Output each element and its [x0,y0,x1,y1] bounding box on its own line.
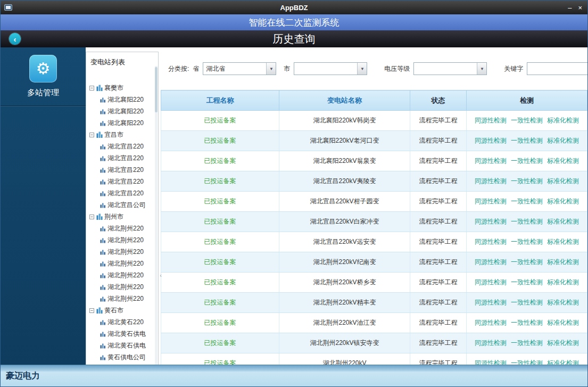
detection-link[interactable]: 标准化检测 [547,238,579,245]
substation-icon [100,191,106,196]
detection-link[interactable]: 一致性检测 [511,339,543,347]
tree-item-substation[interactable]: 湖北襄阳220 [89,105,158,117]
back-button[interactable]: ‹ [9,33,21,45]
collapse-icon[interactable]: − [89,215,94,219]
tree-item-substation[interactable]: 湖北宜昌220 [89,176,158,187]
tree-item-substation[interactable]: 湖北荆州220 [89,269,158,281]
tree-item-substation[interactable]: 湖北黄石供电 [89,328,158,340]
detection-link[interactable]: 标准化检测 [547,197,579,205]
detection-link[interactable]: 一致性检测 [511,299,543,306]
detection-link[interactable]: 同源性检测 [475,218,507,225]
tree-scrollbar-thumb[interactable] [155,67,158,112]
project-cell[interactable]: 已投运备案 [161,131,279,151]
detection-link[interactable]: 同源性检测 [475,238,507,245]
detection-link[interactable]: 同源性检测 [475,117,507,124]
tree-item-substation[interactable]: 湖北荆州220 [89,246,158,258]
detection-link[interactable]: 一致性检测 [511,137,543,144]
detection-link[interactable]: 同源性检测 [475,137,507,144]
sidebar-item-multistation[interactable]: ⚙ 多站管理 [1,47,86,106]
project-cell[interactable]: 已投运备案 [161,192,279,212]
tree-item-substation[interactable]: 湖北荆州220 [89,223,158,234]
minimize-button[interactable]: – [568,4,572,11]
project-cell[interactable]: 已投运备案 [161,313,279,333]
results-tbody: 已投运备案湖北襄阳220kV韩岗变流程完毕工程同源性检测一致性检测标准化检测已投… [161,111,587,365]
detection-link[interactable]: 标准化检测 [547,117,579,124]
tree-group[interactable]: −宜昌市 [89,129,158,141]
tree-item-substation[interactable]: 湖北黄石220 [89,316,158,328]
detection-link[interactable]: 一致性检测 [511,177,543,185]
province-select[interactable]: 湖北省 ▼ [203,62,276,75]
detection-link[interactable]: 标准化检测 [547,359,579,365]
detection-link[interactable]: 标准化检测 [547,137,579,144]
project-cell[interactable]: 已投运备案 [161,333,279,353]
multistation-tile[interactable]: ⚙ [29,55,57,83]
detection-link[interactable]: 标准化检测 [547,319,579,326]
detection-link[interactable]: 一致性检测 [511,258,543,266]
tree-item-substation[interactable]: 湖北荆州220 [89,281,158,293]
detection-link[interactable]: 同源性检测 [475,177,507,185]
detection-link[interactable]: 一致性检测 [511,278,543,286]
project-cell[interactable]: 已投运备案 [161,353,279,365]
tree-item-substation[interactable]: 湖北荆州220 [89,234,158,246]
tree-item-substation[interactable]: 湖北荆州220 [89,293,158,304]
sidebar: ⚙ 多站管理 [1,47,86,365]
tree-item-substation[interactable]: 湖北襄阳220 [89,117,158,129]
detection-link[interactable]: 一致性检测 [511,117,543,124]
project-cell[interactable]: 已投运备案 [161,252,279,273]
detection-link[interactable]: 同源性检测 [475,359,507,365]
detection-link[interactable]: 同源性检测 [475,319,507,326]
close-button[interactable]: × [578,4,582,11]
chevron-down-icon[interactable]: ▼ [266,63,276,75]
tree-item-substation[interactable]: 湖北荆州220 [89,258,158,269]
substation-icon [100,261,106,267]
city-select[interactable]: ▼ [294,62,367,75]
detection-link[interactable]: 标准化检测 [547,157,579,164]
detection-link[interactable]: 标准化检测 [547,258,579,266]
tree-group[interactable]: −荆州市 [89,211,158,223]
detection-link[interactable]: 标准化检测 [547,339,579,347]
detection-link[interactable]: 标准化检测 [547,299,579,306]
tree-item-substation[interactable]: 湖北宜昌220 [89,187,158,199]
tree-item-substation[interactable]: 湖北襄阳220 [89,94,158,105]
tree-item-substation[interactable]: 湖北宜昌220 [89,164,158,176]
detection-link[interactable]: 同源性检测 [475,157,507,164]
detection-link[interactable]: 标准化检测 [547,218,579,225]
detection-link[interactable]: 一致性检测 [511,238,543,245]
project-cell[interactable]: 已投运备案 [161,293,279,313]
keyword-input[interactable] [527,62,587,75]
tree-item-substation[interactable]: 湖北宜昌220 [89,141,158,152]
tree-item-substation[interactable]: 湖北黄石供电 [89,340,158,351]
project-cell[interactable]: 已投运备案 [161,273,279,293]
detection-link[interactable]: 标准化检测 [547,177,579,185]
tree-item-substation[interactable]: 湖北宜昌公司 [89,199,158,211]
voltage-select[interactable]: ▼ [413,62,487,75]
tree-item-substation[interactable]: 黄石供电公司 [89,351,158,363]
detection-link[interactable]: 一致性检测 [511,359,543,365]
project-cell[interactable]: 已投运备案 [161,212,279,232]
tree-scrollbar[interactable] [155,66,158,365]
tree-item-label: 湖北襄阳220 [107,107,144,116]
detection-link[interactable]: 同源性检测 [475,258,507,266]
detection-link[interactable]: 一致性检测 [511,319,543,326]
project-cell[interactable]: 已投运备案 [161,171,279,192]
collapse-icon[interactable]: − [89,308,94,313]
detection-link[interactable]: 标准化检测 [547,278,579,286]
tree-group[interactable]: −黄石市 [89,304,158,316]
tree-item-substation[interactable]: 湖北宜昌220 [89,152,158,164]
detection-link[interactable]: 同源性检测 [475,197,507,205]
project-cell[interactable]: 已投运备案 [161,151,279,171]
chevron-down-icon[interactable]: ▼ [357,63,367,75]
splitter-collapse-handle[interactable]: ‹ [159,263,163,287]
collapse-icon[interactable]: − [89,133,94,137]
detection-link[interactable]: 一致性检测 [511,197,543,205]
detection-link[interactable]: 一致性检测 [511,218,543,225]
chevron-down-icon[interactable]: ▼ [477,63,486,75]
project-cell[interactable]: 已投运备案 [161,111,279,131]
detection-link[interactable]: 同源性检测 [475,278,507,286]
detection-link[interactable]: 同源性检测 [475,299,507,306]
tree-group[interactable]: −襄樊市 [89,82,158,94]
detection-link[interactable]: 同源性检测 [475,339,507,347]
detection-link[interactable]: 一致性检测 [511,157,543,164]
project-cell[interactable]: 已投运备案 [161,232,279,252]
collapse-icon[interactable]: − [89,86,94,90]
